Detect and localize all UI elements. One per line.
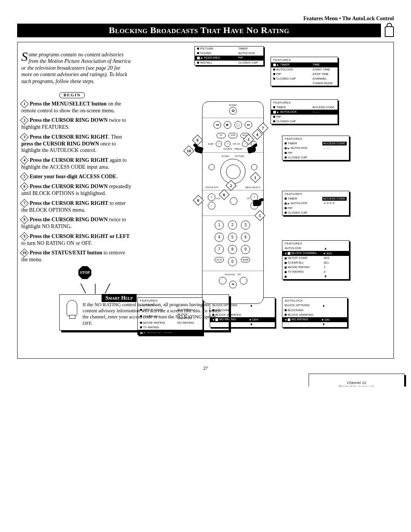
smart-help-text: If the NO RATING control is turned on, a… (83, 302, 220, 326)
vol-down[interactable]: − (208, 202, 215, 209)
stop-badge: STOP (78, 266, 91, 279)
smart-help-box: ╲ │ ╱ Smart Help If the NO RATING contro… (59, 294, 229, 331)
lightbulb-icon (67, 300, 77, 316)
rewind-button[interactable]: ◂◂ (213, 121, 221, 129)
smart-help-label: Smart Help (102, 294, 137, 302)
begin-badge: BEGIN (59, 92, 85, 98)
step-3: 3Press the CURSOR RING RIGHT. Then press… (21, 134, 132, 154)
osd-features-autolock-2: FEATURES TIMERACCESS CODE ▸AUTOLOCK- - -… (282, 136, 349, 160)
key-0[interactable]: 0 (228, 257, 237, 266)
step-4: 4Press the CURSOR RING RIGHT again to hi… (21, 157, 132, 171)
key-9[interactable]: 9 (241, 245, 250, 254)
key-7[interactable]: 7 (215, 245, 224, 254)
osd-main-menu: PICTURETIMER SOUNDAUTOLOCK ▸FEATURESPIP … (194, 46, 264, 66)
intro-paragraph: Some programs contain no content advisor… (21, 51, 132, 85)
step-6: 6Press the CURSOR RING DOWN repeatedly u… (21, 183, 132, 197)
hand-icon (252, 198, 263, 208)
tv-button[interactable]: TV (217, 133, 226, 138)
osd-no-rating-on: AUTOLOCK BLOCK OPTIONS▲ BLOCKING BLOCK U… (282, 297, 347, 328)
osd-autolock-list: FEATURES AUTOLOCK▲ ◂BLOCK CHANNEL▸ AV2 S… (282, 240, 349, 280)
key-1[interactable]: 1 (215, 220, 224, 230)
key-6[interactable]: 6 (241, 233, 250, 242)
key-ach[interactable]: A/CH (215, 257, 224, 262)
bulb-rays-icon: ╲ │ ╱ (81, 283, 112, 294)
osd-features-timer: FEATURES ▸TIMERTIME AUTOLOCKSTART TIME P… (271, 57, 338, 86)
lock-icon (385, 26, 394, 37)
osd-features-autolock-1: FEATURES TIMERACCESS CODE ▸AUTOLOCK- - -… (271, 99, 338, 124)
step-8: 8Press the CURSOR RING DOWN twice to hig… (21, 216, 132, 230)
pip-swap-button[interactable]: ⇆ (229, 281, 237, 288)
smart-sound-button[interactable] (209, 164, 215, 170)
header-breadcrumb: Features Menu • The AutoLock Control (17, 15, 394, 22)
dropcap: S (21, 51, 29, 62)
osd-blocked-status: Channel 12 Blocked by AutoLock No rating… (309, 374, 405, 387)
play-button[interactable]: ▶ (224, 121, 231, 129)
cursor-ring[interactable] (220, 159, 245, 184)
pip-button[interactable] (240, 277, 247, 284)
step-2: 2Press the CURSOR RING DOWN twice to hig… (21, 117, 132, 131)
key-2[interactable]: 2 (228, 220, 237, 230)
stop-button[interactable]: ◯ (234, 121, 242, 129)
osd-features-autolock-xxxx: FEATURES TIMERACCESS CODE ▸AUTOLOCKX X X… (282, 191, 349, 216)
number-pad: 1 2 3 4 5 6 7 8 9 A/CH 0 SURF (214, 220, 252, 267)
page-number: 27 (17, 366, 394, 371)
key-5[interactable]: 5 (228, 233, 237, 242)
key-3[interactable]: 3 (241, 220, 250, 230)
smart-picture-button[interactable] (251, 164, 257, 170)
vol-up[interactable]: + (208, 193, 215, 201)
page-title: Blocking Broadcasts That Have No Rating (17, 24, 381, 37)
step-5: 5Enter your four-digit ACCESS CODE. (21, 173, 132, 180)
position-button[interactable] (219, 277, 226, 284)
step-9: 9Press the CURSOR RING RIGHT or LEFT to … (21, 233, 132, 247)
key-8[interactable]: 8 (228, 245, 237, 254)
step-7: 7Press the CURSOR RING RIGHT to enter th… (21, 200, 132, 214)
step-1: 1Press the MENU/SELECT button on the rem… (21, 101, 132, 114)
key-surf[interactable]: SURF (241, 257, 250, 262)
mute-button[interactable] (230, 197, 237, 205)
power-button[interactable]: ⏻ (229, 107, 237, 115)
key-4[interactable]: 4 (215, 233, 224, 242)
vcr-button[interactable]: VCR (228, 133, 237, 138)
ffwd-button[interactable]: ▸▸ (245, 121, 252, 129)
step-10: 10Press the STATUS/EXIT button to remove… (21, 249, 132, 263)
content-frame: Some programs contain no content advisor… (17, 42, 394, 359)
